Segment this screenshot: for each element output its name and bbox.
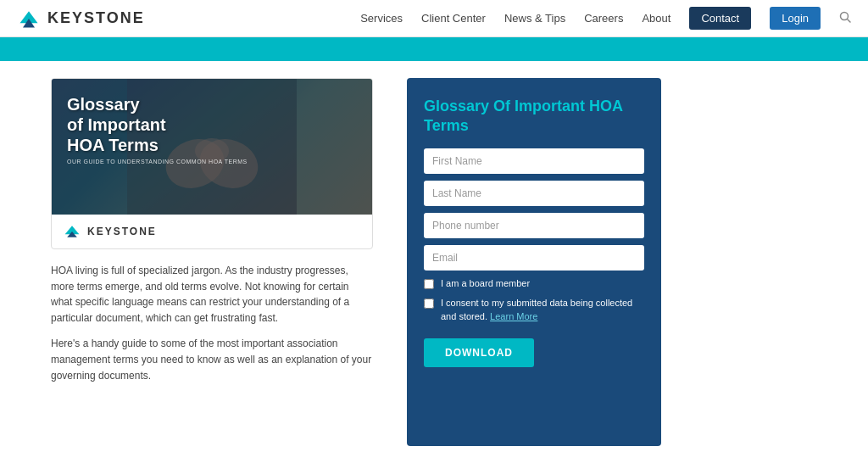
form-title: Glossary Of Important HOA Terms bbox=[424, 97, 644, 135]
left-section: Glossaryof ImportantHOA Terms OUR GUIDE … bbox=[51, 61, 373, 463]
logo[interactable]: KEYSTONE bbox=[17, 7, 145, 31]
main-content: Glossaryof ImportantHOA Terms OUR GUIDE … bbox=[0, 61, 868, 463]
search-icon bbox=[839, 11, 851, 23]
svg-line-4 bbox=[848, 19, 851, 22]
nav-careers[interactable]: Careers bbox=[584, 12, 623, 25]
consent-checkbox[interactable] bbox=[424, 298, 434, 309]
nav-client-center[interactable]: Client Center bbox=[421, 12, 486, 25]
board-member-row: I am a board member bbox=[424, 277, 644, 290]
consent-row: I consent to my submitted data being col… bbox=[424, 297, 644, 323]
login-button[interactable]: Login bbox=[770, 7, 821, 30]
contact-button[interactable]: Contact bbox=[689, 7, 751, 30]
email-input[interactable] bbox=[424, 245, 644, 271]
first-name-input[interactable] bbox=[424, 148, 644, 174]
search-button[interactable] bbox=[839, 11, 851, 26]
nav-about[interactable]: About bbox=[642, 12, 670, 25]
header: KEYSTONE Services Client Center News & T… bbox=[0, 0, 868, 37]
board-member-checkbox[interactable] bbox=[424, 279, 434, 289]
book-title-overlay: Glossaryof ImportantHOA Terms OUR GUIDE … bbox=[67, 94, 248, 165]
nav-news-tips[interactable]: News & Tips bbox=[504, 12, 565, 25]
last-name-input[interactable] bbox=[424, 181, 644, 206]
book-image: Glossaryof ImportantHOA Terms OUR GUIDE … bbox=[52, 79, 372, 215]
book-footer-logo-icon bbox=[64, 223, 81, 240]
book-footer: KEYSTONE bbox=[52, 215, 372, 248]
logo-text: KEYSTONE bbox=[47, 9, 145, 27]
body-paragraph-1: HOA living is full of specialized jargon… bbox=[51, 263, 373, 326]
consent-label: I consent to my submitted data being col… bbox=[441, 297, 644, 323]
teal-banner bbox=[0, 37, 868, 61]
body-paragraph-2: Here's a handy guide to some of the most… bbox=[51, 336, 373, 383]
form-card: Glossary Of Important HOA Terms I am a b… bbox=[407, 78, 661, 446]
board-member-label: I am a board member bbox=[441, 277, 530, 290]
phone-input[interactable] bbox=[424, 213, 644, 238]
book-footer-logo-text: KEYSTONE bbox=[87, 226, 157, 237]
book-subtitle: OUR GUIDE TO UNDERSTANDING COMMON HOA TE… bbox=[67, 159, 248, 165]
main-nav: Services Client Center News & Tips Caree… bbox=[360, 7, 851, 30]
book-card: Glossaryof ImportantHOA Terms OUR GUIDE … bbox=[51, 78, 373, 249]
learn-more-link[interactable]: Learn More bbox=[490, 311, 537, 321]
book-title: Glossaryof ImportantHOA Terms bbox=[67, 94, 248, 155]
right-section: Glossary Of Important HOA Terms I am a b… bbox=[407, 61, 661, 463]
nav-services[interactable]: Services bbox=[360, 12, 403, 25]
download-button[interactable]: DOWNLOAD bbox=[424, 338, 534, 367]
keystone-logo-icon bbox=[17, 7, 41, 31]
